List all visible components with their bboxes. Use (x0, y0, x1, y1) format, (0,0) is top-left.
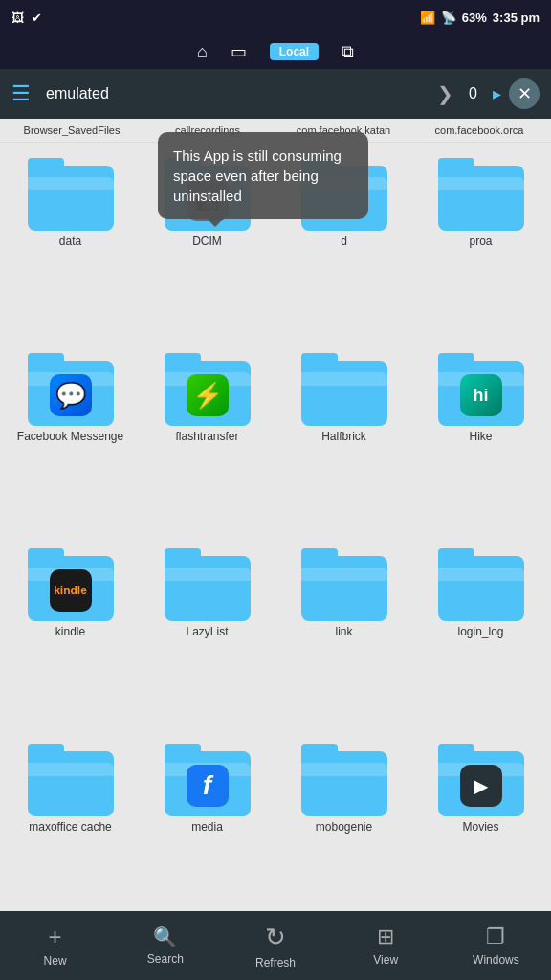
battery-text: 63% (462, 11, 487, 25)
folder-link-label: link (335, 625, 352, 638)
folder-media[interactable]: f media (141, 736, 274, 927)
folder-login-log-label: login_log (457, 625, 503, 638)
folder-movies[interactable]: ▶ Movies (414, 736, 547, 927)
folder-d-label: d (341, 234, 347, 248)
folder-mobogenie[interactable]: mobogenie (277, 736, 410, 927)
refresh-label: Refresh (255, 956, 296, 969)
view-button[interactable]: ⊞ View (331, 924, 441, 967)
count-badge: 0 (469, 85, 477, 102)
view-label: View (373, 953, 398, 967)
refresh-icon: ↻ (265, 923, 286, 952)
folder-movies-label: Movies (462, 820, 498, 834)
file-grid: data 📷 DCIM d proa (0, 143, 551, 935)
scroll-indicator-icon: ▸ (493, 83, 501, 104)
refresh-button[interactable]: ↻ Refresh (220, 923, 330, 969)
folder-proa-label: proa (469, 234, 492, 248)
status-bar: 🖼 ✔ 📶 📡 63% 3:35 pm (0, 0, 551, 34)
folder-maxoffice-cache[interactable]: maxoffice cache (4, 736, 137, 927)
folder-kindle-label: kindle (55, 625, 85, 638)
gallery-icon: 🖼 (11, 11, 24, 25)
windows-label: Windows (473, 953, 519, 967)
tooltip-text: This App is still consuming space even a… (173, 147, 342, 204)
folder-facebook-messenger-label: Facebook Messenge (17, 430, 123, 443)
local-button[interactable]: Local (270, 43, 319, 60)
folder-facebook-messenger[interactable]: 💬 Facebook Messenge (4, 345, 137, 537)
folder-hike[interactable]: hi Hike (414, 345, 547, 537)
close-button[interactable]: ✕ (509, 78, 540, 109)
path-arrow-icon: ❯ (437, 82, 453, 105)
folder-data[interactable]: data (4, 150, 137, 342)
folder-proa[interactable]: proa (414, 150, 547, 342)
status-left-icons: 🖼 ✔ (11, 11, 42, 25)
time-text: 3:35 pm (493, 11, 540, 25)
bottom-toolbar: + New 🔍 Search ↻ Refresh ⊞ View ❐ Window… (0, 911, 551, 980)
check-icon: ✔ (32, 11, 42, 25)
folder-maxoffice-cache-label: maxoffice cache (29, 820, 112, 834)
copy-icon[interactable]: ⧉ (342, 42, 354, 62)
top-folder-facebook-orca[interactable]: com.facebook.orca (411, 119, 547, 142)
home-icon[interactable]: ⌂ (197, 42, 208, 62)
folder-link[interactable]: link (277, 541, 410, 732)
folder-dcim-label: DCIM (192, 234, 222, 248)
tooltip: This App is still consuming space even a… (158, 132, 368, 219)
new-label: New (44, 954, 67, 968)
folder-kindle[interactable]: kindle kindle (4, 541, 137, 732)
tab-icon[interactable]: ▭ (231, 41, 247, 62)
search-label: Search (147, 952, 184, 966)
folder-flashtransfer[interactable]: ⚡ flashtransfer (141, 345, 274, 537)
folder-mobogenie-label: mobogenie (316, 820, 372, 834)
new-icon: + (49, 924, 62, 950)
folder-lazylist[interactable]: LazyList (141, 541, 274, 732)
path-input[interactable] (46, 85, 430, 102)
folder-halfbrick[interactable]: Halfbrick (277, 345, 410, 537)
folder-login-log[interactable]: login_log (414, 541, 547, 732)
search-icon: 🔍 (153, 925, 177, 948)
new-button[interactable]: + New (0, 924, 110, 968)
hamburger-menu-icon[interactable]: ☰ (11, 81, 31, 106)
status-right-info: 📶 📡 63% 3:35 pm (420, 11, 540, 25)
view-icon: ⊞ (377, 924, 394, 949)
windows-button[interactable]: ❐ Windows (441, 924, 551, 967)
nav-bar: ⌂ ▭ Local ⧉ (0, 34, 551, 69)
folder-halfbrick-label: Halfbrick (321, 430, 366, 443)
toolbar: ☰ ❯ 0 ▸ ✕ (0, 69, 551, 119)
folder-media-label: media (191, 820, 223, 834)
top-folder-browsersaved[interactable]: Browser_SavedFiles (4, 119, 140, 142)
wifi-icon: 📶 (420, 11, 435, 25)
folder-data-label: data (59, 234, 81, 248)
folder-hike-label: Hike (469, 430, 492, 443)
windows-icon: ❐ (486, 924, 505, 949)
signal-icon: 📡 (441, 11, 456, 25)
folder-lazylist-label: LazyList (186, 625, 228, 638)
search-button[interactable]: 🔍 Search (110, 925, 220, 966)
folder-flashtransfer-label: flashtransfer (175, 430, 238, 443)
